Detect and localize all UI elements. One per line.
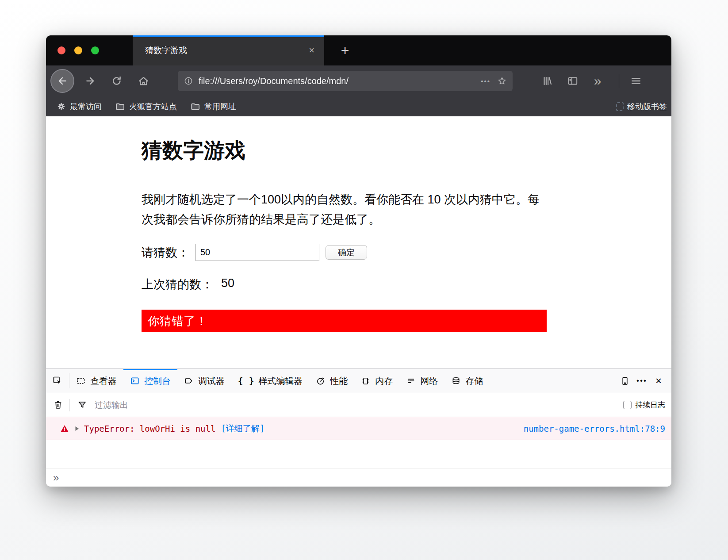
library-button[interactable] bbox=[537, 71, 557, 91]
url-bar[interactable]: file:///Users/roy/Documents/code/mdn/ ••… bbox=[178, 71, 513, 91]
devtools-more-button[interactable]: ••• bbox=[633, 372, 650, 389]
style-editor-icon: { } bbox=[238, 376, 254, 386]
error-message: TypeError: lowOrHi is null bbox=[84, 424, 215, 433]
console-error-row[interactable]: TypeError: lowOrHi is null [详细了解] number… bbox=[46, 417, 671, 440]
back-button[interactable] bbox=[50, 69, 74, 93]
arrow-left-icon bbox=[57, 75, 68, 87]
folder-icon bbox=[190, 101, 200, 111]
new-tab-button[interactable]: + bbox=[332, 35, 358, 65]
devtools-bottombar: » bbox=[46, 468, 671, 487]
bookmarks-toolbar: 最常访问 火狐官方站点 常用网址 移动版书签 bbox=[46, 96, 671, 116]
bookmark-label: 最常访问 bbox=[70, 101, 102, 112]
bookmark-label: 火狐官方站点 bbox=[129, 101, 177, 112]
devtools-tabbar: 查看器 控制台 调试器 { } 样式编辑 bbox=[46, 369, 671, 393]
devtools-tab-style-editor[interactable]: { } 样式编辑器 bbox=[231, 369, 309, 393]
last-guess-row: 上次猜的数： 50 bbox=[142, 276, 234, 292]
desktop-background: 猜数字游戏 × + bbox=[0, 0, 728, 560]
performance-icon bbox=[316, 376, 326, 386]
checkbox-icon[interactable] bbox=[623, 401, 632, 409]
gear-icon bbox=[57, 102, 66, 111]
tab-close-icon[interactable]: × bbox=[309, 46, 314, 55]
close-window-button[interactable] bbox=[57, 46, 65, 54]
home-button[interactable] bbox=[134, 71, 153, 91]
devtools-tab-label: 查看器 bbox=[90, 375, 117, 387]
last-guess-value: 50 bbox=[221, 276, 234, 292]
devtools-tab-label: 网络 bbox=[420, 375, 438, 387]
devtools-toolbar-right: ••• × bbox=[617, 369, 671, 393]
page-title: 猜数字游戏 bbox=[142, 137, 245, 165]
arrow-right-icon bbox=[84, 75, 96, 87]
folder-icon bbox=[115, 101, 125, 111]
network-icon bbox=[406, 376, 416, 386]
devtools-tab-label: 调试器 bbox=[198, 375, 225, 387]
bookmark-star-icon[interactable] bbox=[497, 76, 507, 86]
menu-button[interactable] bbox=[626, 71, 646, 91]
memory-icon bbox=[361, 376, 371, 386]
console-filter-input[interactable] bbox=[95, 400, 623, 410]
active-tab-indicator bbox=[133, 35, 324, 37]
toolbar-divider bbox=[619, 74, 619, 88]
hamburger-menu-icon bbox=[630, 75, 642, 87]
reload-button[interactable] bbox=[107, 71, 126, 91]
devtools-tab-label: 内存 bbox=[375, 375, 393, 387]
expand-arrow-icon[interactable] bbox=[74, 426, 80, 432]
persist-logs-label: 持续日志 bbox=[635, 400, 665, 410]
active-tab[interactable]: 猜数字游戏 × bbox=[133, 35, 324, 65]
reload-icon bbox=[111, 75, 123, 87]
last-guess-label: 上次猜的数： bbox=[142, 276, 213, 292]
console-icon bbox=[130, 376, 140, 386]
bookmark-label: 常用网址 bbox=[204, 101, 236, 112]
bookmark-folder-firefox[interactable]: 火狐官方站点 bbox=[115, 101, 177, 112]
devtools-tab-network[interactable]: 网络 bbox=[399, 369, 444, 393]
expand-panel-button[interactable]: » bbox=[53, 472, 59, 483]
devtools-tab-console[interactable]: 控制台 bbox=[123, 369, 177, 393]
devtools-panel: 查看器 控制台 调试器 { } 样式编辑 bbox=[46, 368, 671, 487]
guess-input[interactable] bbox=[195, 244, 319, 261]
pick-element-button[interactable] bbox=[46, 369, 69, 393]
storage-icon bbox=[451, 376, 461, 386]
forward-button[interactable] bbox=[80, 71, 100, 91]
filter-funnel-icon[interactable] bbox=[77, 400, 88, 410]
learn-more-link[interactable]: [详细了解] bbox=[221, 423, 264, 434]
toolbar-overflow-button[interactable]: » bbox=[588, 71, 607, 91]
console-output-area[interactable] bbox=[46, 440, 671, 468]
info-icon[interactable] bbox=[184, 76, 193, 86]
devtools-close-button[interactable]: × bbox=[650, 372, 667, 389]
console-filterbar: 持续日志 bbox=[46, 393, 671, 417]
bookmark-mobile[interactable]: 移动版书签 bbox=[616, 101, 667, 112]
devtools-tab-label: 控制台 bbox=[144, 375, 171, 387]
url-text[interactable]: file:///Users/roy/Documents/code/mdn/ bbox=[199, 76, 477, 86]
zoom-window-button[interactable] bbox=[91, 46, 99, 54]
guess-label: 请猜数： bbox=[142, 245, 189, 261]
devtools-tab-debugger[interactable]: 调试器 bbox=[177, 369, 231, 393]
navigation-toolbar: file:///Users/roy/Documents/code/mdn/ ••… bbox=[46, 65, 671, 96]
devtools-tab-inspector[interactable]: 查看器 bbox=[69, 369, 123, 393]
devtools-tab-memory[interactable]: 内存 bbox=[354, 369, 399, 393]
device-icon bbox=[620, 376, 630, 386]
devtools-tab-storage[interactable]: 存储 bbox=[444, 369, 490, 393]
persist-logs-toggle[interactable]: 持续日志 bbox=[623, 400, 665, 410]
clear-console-icon[interactable] bbox=[53, 400, 63, 410]
devtools-divider bbox=[69, 399, 70, 411]
bookmark-label: 移动版书签 bbox=[627, 101, 667, 112]
devtools-tab-performance[interactable]: 性能 bbox=[309, 369, 354, 393]
debugger-icon bbox=[184, 376, 194, 386]
browser-window: 猜数字游戏 × + bbox=[46, 35, 671, 487]
devtools-tab-label: 样式编辑器 bbox=[258, 375, 303, 387]
error-source-link[interactable]: number-game-errors.html:78:9 bbox=[524, 424, 665, 433]
bookmark-folder-common[interactable]: 常用网址 bbox=[190, 101, 236, 112]
element-picker-icon bbox=[52, 376, 63, 386]
sidebar-button[interactable] bbox=[563, 71, 582, 91]
minimize-window-button[interactable] bbox=[74, 46, 82, 54]
inspector-icon bbox=[76, 376, 86, 386]
devtools-tab-label: 存储 bbox=[465, 375, 483, 387]
devtools-tab-label: 性能 bbox=[330, 375, 348, 387]
tab-title: 猜数字游戏 bbox=[145, 45, 309, 56]
library-icon bbox=[541, 75, 553, 87]
submit-guess-button[interactable]: 确定 bbox=[326, 245, 367, 260]
page-actions-icon[interactable]: ••• bbox=[481, 77, 490, 85]
responsive-design-button[interactable] bbox=[617, 372, 633, 389]
home-icon bbox=[138, 75, 149, 87]
bookmark-most-visited[interactable]: 最常访问 bbox=[57, 101, 102, 112]
error-warning-icon bbox=[60, 424, 69, 433]
